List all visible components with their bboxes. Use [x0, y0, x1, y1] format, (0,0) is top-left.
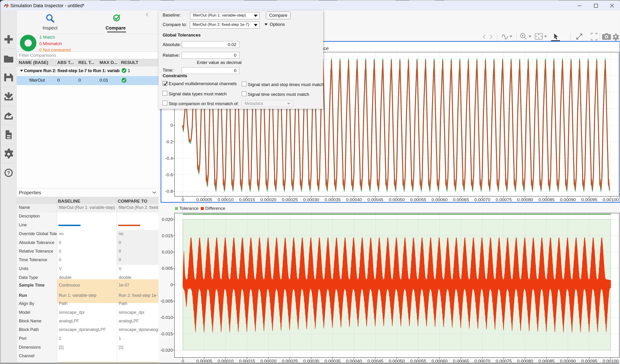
svg-text:-0.005: -0.005 — [160, 299, 173, 303]
svg-text:0.00055: 0.00055 — [410, 197, 426, 202]
svg-text:0.00050: 0.00050 — [389, 359, 405, 363]
svg-text:0.00085: 0.00085 — [539, 197, 555, 202]
svg-text:Tolerance: Tolerance — [179, 206, 199, 211]
svg-text:Difference: Difference — [205, 206, 225, 211]
svg-text:0.00040: 0.00040 — [346, 197, 362, 202]
svg-text:0.005: 0.005 — [162, 266, 173, 271]
svg-text:0.00045: 0.00045 — [367, 197, 383, 202]
svg-text:0: 0 — [182, 197, 184, 202]
svg-text:0.00100: 0.00100 — [603, 197, 619, 202]
svg-text:0: 0 — [182, 359, 184, 363]
svg-text:0.00095: 0.00095 — [581, 359, 597, 363]
svg-text:0.00090: 0.00090 — [560, 197, 576, 202]
svg-text:0.00005: 0.00005 — [196, 197, 212, 202]
svg-text:0.00090: 0.00090 — [560, 359, 576, 363]
svg-text:0.00015: 0.00015 — [239, 197, 255, 202]
svg-text:0.020: 0.020 — [162, 217, 173, 222]
svg-text:0.00030: 0.00030 — [303, 197, 319, 202]
svg-text:0.00080: 0.00080 — [517, 359, 533, 363]
svg-text:-0.4: -0.4 — [165, 156, 173, 161]
svg-text:0.00020: 0.00020 — [260, 197, 276, 202]
svg-text:0.00075: 0.00075 — [496, 359, 512, 363]
svg-text:0.00080: 0.00080 — [517, 197, 533, 202]
svg-text:0.00045: 0.00045 — [367, 359, 383, 363]
svg-text:0.00035: 0.00035 — [325, 197, 341, 202]
svg-text:?: ? — [7, 170, 10, 176]
svg-text:0.015: 0.015 — [162, 233, 173, 238]
svg-text:0.00075: 0.00075 — [496, 197, 512, 202]
svg-text:0.00060: 0.00060 — [432, 197, 448, 202]
svg-text:0.00020: 0.00020 — [260, 359, 276, 363]
svg-text:0.010: 0.010 — [162, 250, 173, 255]
svg-text:-0.015: -0.015 — [160, 332, 173, 336]
svg-text:0.00025: 0.00025 — [282, 197, 298, 202]
svg-text:0.00065: 0.00065 — [453, 197, 469, 202]
svg-text:0.00055: 0.00055 — [410, 359, 426, 363]
svg-text:0.00070: 0.00070 — [474, 359, 490, 363]
svg-text:0.00040: 0.00040 — [346, 359, 362, 363]
svg-text:0.00005: 0.00005 — [196, 359, 212, 363]
svg-text:0.00010: 0.00010 — [218, 197, 234, 202]
svg-text:0.00100: 0.00100 — [603, 359, 619, 363]
svg-text:-0.2: -0.2 — [165, 139, 173, 144]
svg-text:0.00070: 0.00070 — [474, 197, 490, 202]
svg-text:0.00095: 0.00095 — [581, 197, 597, 202]
svg-text:0.00085: 0.00085 — [539, 359, 555, 363]
svg-text:0.00030: 0.00030 — [303, 359, 319, 363]
svg-text:-0.020: -0.020 — [160, 348, 173, 353]
svg-text:-0.010: -0.010 — [160, 315, 173, 320]
svg-text:0: 0 — [170, 282, 173, 287]
svg-text:0.00015: 0.00015 — [239, 359, 255, 363]
svg-text:0.00025: 0.00025 — [282, 359, 298, 363]
svg-text:0: 0 — [170, 123, 173, 128]
svg-text:0.00050: 0.00050 — [389, 197, 405, 202]
svg-text:-0.6: -0.6 — [165, 172, 173, 177]
svg-text:0.00035: 0.00035 — [325, 359, 341, 363]
svg-text:0.00010: 0.00010 — [218, 359, 234, 363]
svg-text:-0.8: -0.8 — [165, 189, 173, 194]
svg-text:0.00065: 0.00065 — [453, 359, 469, 363]
svg-text:0.00060: 0.00060 — [432, 359, 448, 363]
